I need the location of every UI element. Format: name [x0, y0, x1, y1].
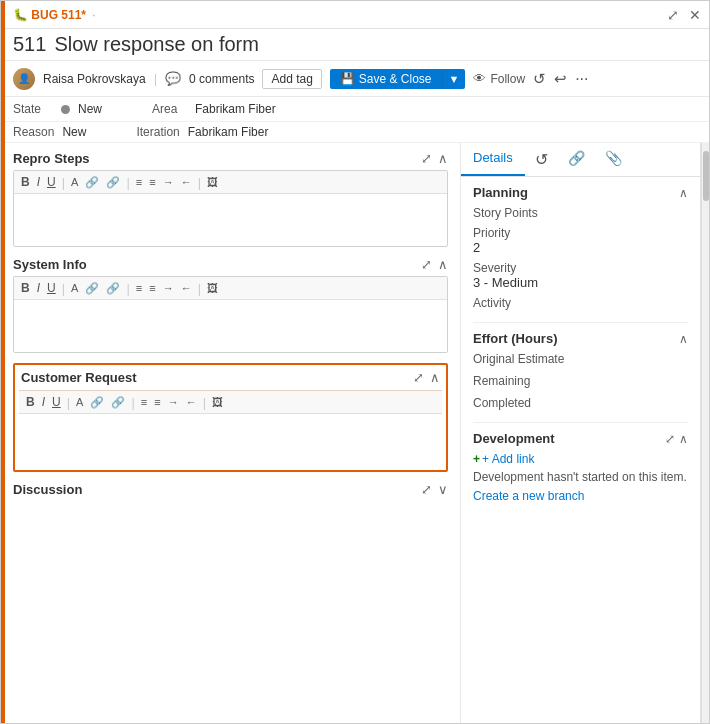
italic-button[interactable]: I	[34, 174, 43, 190]
refresh-icon[interactable]: ↺	[533, 70, 546, 88]
severity-value[interactable]: 3 - Medium	[473, 275, 688, 290]
reason-value[interactable]: New	[62, 125, 86, 139]
follow-label: Follow	[490, 72, 525, 86]
dev-description: Development hasn't started on this item.	[473, 470, 688, 484]
right-scrollbar[interactable]	[701, 143, 709, 724]
save-close-button[interactable]: 💾 Save & Close	[330, 69, 442, 89]
discussion-collapse-icon[interactable]: ∨	[438, 482, 448, 497]
add-link-button[interactable]: + + Add link	[473, 452, 688, 466]
iteration-value[interactable]: Fabrikam Fiber	[188, 125, 269, 139]
reason-iteration-row: Reason New Iteration Fabrikam Fiber	[1, 122, 709, 143]
cust-link2[interactable]: 🔗	[108, 395, 128, 410]
create-branch-link[interactable]: Create a new branch	[473, 489, 584, 503]
completed-field: Completed	[473, 396, 688, 410]
completed-label: Completed	[473, 396, 688, 410]
sys-link1[interactable]: 🔗	[82, 281, 102, 296]
discussion-header: Discussion ⤢ ∨	[13, 482, 448, 497]
sys-underline-button[interactable]: U	[44, 280, 59, 296]
customer-editor-content[interactable]	[19, 414, 442, 466]
underline-button[interactable]: U	[44, 174, 59, 190]
sys-italic-button[interactable]: I	[34, 280, 43, 296]
system-editor-content[interactable]	[14, 300, 447, 352]
user-name: Raisa Pokrovskaya	[43, 72, 146, 86]
iteration-label: Iteration	[136, 125, 179, 139]
repro-editor-content[interactable]	[14, 194, 447, 246]
outdent-button[interactable]: ←	[178, 175, 195, 189]
sys-bold-button[interactable]: B	[18, 280, 33, 296]
development-title: Development	[473, 431, 555, 446]
tab-links[interactable]: 🔗	[558, 143, 595, 176]
iteration-field: Iteration Fabrikam Fiber	[136, 125, 268, 139]
close-icon[interactable]: ✕	[689, 7, 701, 23]
cust-image[interactable]: 🖼	[209, 395, 226, 409]
expand-icon[interactable]: ⤢	[667, 7, 679, 23]
bold-button[interactable]: B	[18, 174, 33, 190]
repro-expand-icon[interactable]: ⤢	[421, 151, 432, 166]
sys-ul[interactable]: ≡	[133, 281, 145, 295]
cust-link1[interactable]: 🔗	[87, 395, 107, 410]
effort-title: Effort (Hours)	[473, 331, 558, 346]
repro-steps-section: Repro Steps ⤢ ∧ B I U | A 🔗 🔗	[13, 151, 448, 247]
customer-editor-toolbar: B I U | A 🔗 🔗 | ≡ ≡ → ← | 🖼	[19, 391, 442, 414]
system-expand-icon[interactable]: ⤢	[421, 257, 432, 272]
state-label: State	[13, 102, 53, 116]
system-editor: B I U | A 🔗 🔗 | ≡ ≡ → ← | 🖼	[13, 276, 448, 353]
system-collapse-icon[interactable]: ∧	[438, 257, 448, 272]
sys-image[interactable]: 🖼	[204, 281, 221, 295]
discussion-expand-icon[interactable]: ⤢	[421, 482, 432, 497]
dev-expand-icon[interactable]: ⤢	[665, 432, 675, 446]
follow-button[interactable]: 👁 Follow	[473, 71, 525, 86]
undo-icon[interactable]: ↩	[554, 70, 567, 88]
link-button-1[interactable]: 🔗	[82, 175, 102, 190]
area-value[interactable]: Fabrikam Fiber	[195, 102, 276, 116]
image-button[interactable]: 🖼	[204, 175, 221, 189]
tab-attachments[interactable]: 📎	[595, 143, 632, 176]
repro-collapse-icon[interactable]: ∧	[438, 151, 448, 166]
cust-fontcolor[interactable]: A	[73, 395, 86, 409]
tab-history[interactable]: ↺	[525, 143, 558, 176]
work-item-title[interactable]: Slow response on form	[54, 33, 259, 56]
title-bar: 🐛 BUG 511* · ⤢ ✕	[1, 1, 709, 29]
user-avatar[interactable]: 👤	[13, 68, 35, 90]
more-icon[interactable]: ···	[575, 70, 588, 88]
effort-collapse-icon[interactable]: ∧	[679, 332, 688, 346]
story-points-field: Story Points	[473, 206, 688, 220]
save-dropdown-button[interactable]: ▼	[442, 69, 466, 89]
bug-label: 🐛 BUG 511*	[13, 8, 86, 22]
cust-bold[interactable]: B	[23, 394, 38, 410]
ol-button[interactable]: ≡	[146, 175, 158, 189]
sys-link2[interactable]: 🔗	[103, 281, 123, 296]
remaining-label: Remaining	[473, 374, 688, 388]
sys-font-color[interactable]: A	[68, 281, 81, 295]
font-color-button[interactable]: A	[68, 175, 81, 189]
customer-expand-icon[interactable]: ⤢	[413, 370, 424, 385]
dev-collapse-icon[interactable]: ∧	[679, 432, 688, 446]
sys-outdent[interactable]: ←	[178, 281, 195, 295]
cust-ol[interactable]: ≡	[151, 395, 163, 409]
tab-details[interactable]: Details	[461, 143, 525, 176]
toolbar-separator-1: |	[154, 71, 157, 86]
remaining-field: Remaining	[473, 374, 688, 388]
customer-editor: B I U | A 🔗 🔗 | ≡ ≡ → ← | 🖼	[19, 390, 442, 466]
cust-ul[interactable]: ≡	[138, 395, 150, 409]
indent-button[interactable]: →	[160, 175, 177, 189]
sys-ol[interactable]: ≡	[146, 281, 158, 295]
state-area-row: State New Area Fabrikam Fiber	[1, 97, 709, 122]
unlink-button[interactable]: 🔗	[103, 175, 123, 190]
cust-outdent[interactable]: ←	[183, 395, 200, 409]
add-tag-button[interactable]: Add tag	[262, 69, 321, 89]
customer-collapse-icon[interactable]: ∧	[430, 370, 440, 385]
sys-indent[interactable]: →	[160, 281, 177, 295]
cust-italic[interactable]: I	[39, 394, 48, 410]
cust-indent[interactable]: →	[165, 395, 182, 409]
right-scrollbar-thumb[interactable]	[703, 151, 709, 201]
priority-value[interactable]: 2	[473, 240, 688, 255]
save-close-group: 💾 Save & Close ▼	[330, 69, 466, 89]
cust-underline[interactable]: U	[49, 394, 64, 410]
planning-collapse-icon[interactable]: ∧	[679, 186, 688, 200]
comment-icon: 💬	[165, 71, 181, 86]
state-value[interactable]: New	[78, 102, 102, 116]
development-section: Development ⤢ ∧ + + Add link Development…	[473, 422, 688, 503]
ul-button[interactable]: ≡	[133, 175, 145, 189]
comments-count[interactable]: 0 comments	[189, 72, 254, 86]
